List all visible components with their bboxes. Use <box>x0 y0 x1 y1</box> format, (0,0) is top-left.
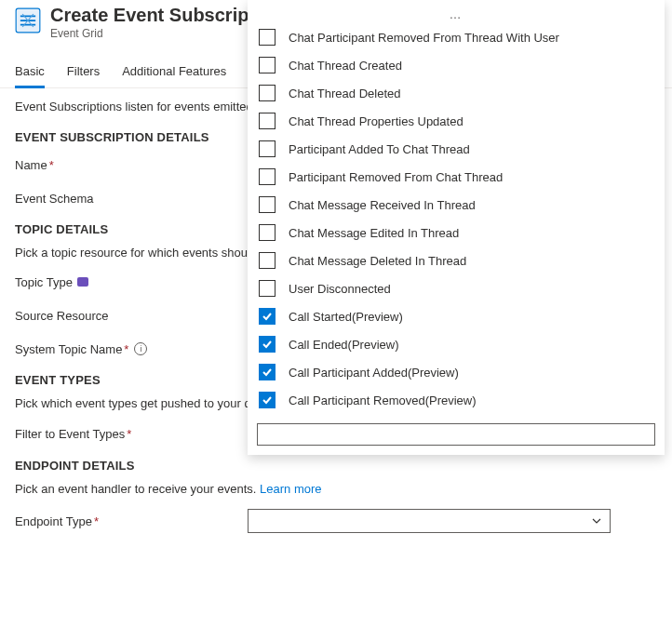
event-type-option-label: Chat Thread Properties Updated <box>289 114 464 128</box>
event-type-option[interactable]: Chat Participant Removed From Thread Wit… <box>255 23 657 51</box>
event-type-option-label: Chat Thread Deleted <box>289 87 400 100</box>
event-type-dropdown: … Chat Participant Removed From Thread W… <box>248 0 665 455</box>
event-type-option[interactable]: Call Participant Removed(Preview) <box>255 386 657 414</box>
event-type-option-label: Call Participant Removed(Preview) <box>289 394 477 407</box>
event-type-option-label: Chat Message Received In Thread <box>289 198 476 212</box>
checkbox[interactable] <box>259 308 276 325</box>
event-type-option-label: Chat Thread Created <box>289 59 402 73</box>
label-name: Name* <box>15 158 248 172</box>
event-type-option-label: Call Started(Preview) <box>289 310 403 324</box>
event-type-option[interactable]: Chat Thread Deleted <box>255 79 657 107</box>
event-type-option[interactable]: User Disconnected <box>255 274 657 302</box>
event-type-option[interactable]: Participant Removed From Chat Thread <box>255 163 657 191</box>
checkbox[interactable] <box>259 364 276 380</box>
label-topic-type: Topic Type <box>15 275 248 289</box>
checkbox[interactable] <box>259 224 276 241</box>
checkbox[interactable] <box>259 168 276 185</box>
event-type-option[interactable]: Chat Message Edited In Thread <box>255 219 657 247</box>
checkbox[interactable] <box>259 57 276 73</box>
event-type-option[interactable]: Chat Message Received In Thread <box>255 191 657 219</box>
event-grid-icon <box>15 7 41 33</box>
tab-filters[interactable]: Filters <box>67 57 100 87</box>
checkbox[interactable] <box>259 336 276 353</box>
label-endpoint-type: Endpoint Type* <box>15 514 248 528</box>
label-event-schema: Event Schema <box>15 192 248 206</box>
event-type-option-label: Call Ended(Preview) <box>289 338 399 352</box>
tab-basic[interactable]: Basic <box>15 57 45 87</box>
tab-additional-features[interactable]: Additional Features <box>122 57 226 87</box>
event-type-option[interactable]: Chat Thread Properties Updated <box>255 107 657 135</box>
checkbox[interactable] <box>259 280 276 297</box>
endpoint-type-select[interactable] <box>248 509 611 533</box>
options-ellipsis: … <box>255 6 657 23</box>
event-type-option[interactable]: Chat Thread Created <box>255 51 657 79</box>
event-type-option-label: Chat Message Deleted In Thread <box>289 254 466 268</box>
desc-endpoint-details: Pick an event handler to receive your ev… <box>15 482 657 496</box>
event-type-option[interactable]: Chat Message Deleted In Thread <box>255 247 657 274</box>
event-type-option[interactable]: Call Started(Preview) <box>255 302 657 330</box>
checkbox[interactable] <box>259 113 276 129</box>
checkbox[interactable] <box>259 392 276 408</box>
event-type-option[interactable]: Call Participant Added(Preview) <box>255 358 657 386</box>
event-type-option[interactable]: Participant Added To Chat Thread <box>255 135 657 163</box>
event-type-option-label: Chat Message Edited In Thread <box>289 226 459 240</box>
topic-service-icon <box>76 275 89 288</box>
event-type-option-label: Participant Added To Chat Thread <box>289 142 470 156</box>
svg-rect-1 <box>77 277 88 287</box>
learn-more-link[interactable]: Learn more <box>260 482 321 496</box>
event-type-options-list[interactable]: … Chat Participant Removed From Thread W… <box>248 0 665 418</box>
label-filter-event-types: Filter to Event Types* <box>15 427 248 441</box>
section-endpoint-details: ENDPOINT DETAILS <box>15 459 657 473</box>
event-type-search-input[interactable] <box>257 423 655 446</box>
info-icon[interactable]: i <box>134 342 147 355</box>
checkbox[interactable] <box>259 140 276 157</box>
event-type-option-label: User Disconnected <box>289 282 391 296</box>
chevron-down-icon <box>591 515 602 527</box>
event-type-option[interactable]: Call Ended(Preview) <box>255 330 657 358</box>
event-type-option-label: Participant Removed From Chat Thread <box>289 170 503 184</box>
checkbox[interactable] <box>259 196 276 213</box>
label-source-resource: Source Resource <box>15 309 248 323</box>
checkbox[interactable] <box>259 85 276 101</box>
event-type-option-label: Call Participant Added(Preview) <box>289 366 459 380</box>
checkbox[interactable] <box>259 252 276 269</box>
checkbox[interactable] <box>259 29 276 46</box>
label-system-topic-name: System Topic Name* i <box>15 342 248 356</box>
event-type-option-label: Chat Participant Removed From Thread Wit… <box>289 31 559 45</box>
